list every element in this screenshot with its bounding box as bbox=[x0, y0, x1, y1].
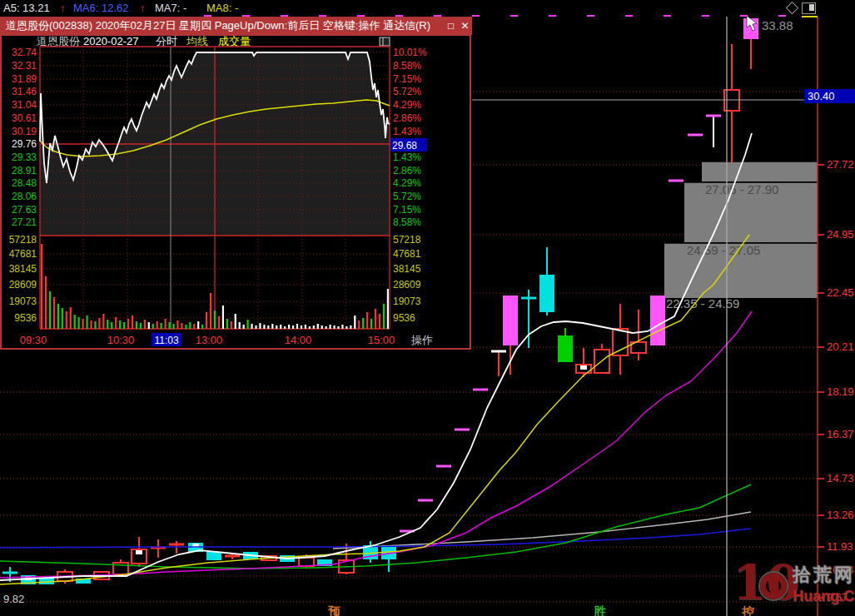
split-panel-icon[interactable] bbox=[802, 2, 816, 14]
watermark: 10 拾荒网 Huang.CN bbox=[733, 559, 855, 616]
maximize-button[interactable]: □ bbox=[444, 20, 458, 32]
price-axis-label: 27.72 bbox=[827, 158, 854, 171]
svg-text:4.29%: 4.29% bbox=[393, 99, 421, 111]
magenta-ma-dash bbox=[510, 15, 518, 17]
close-button[interactable]: ✕ bbox=[458, 20, 472, 32]
svg-text:47681: 47681 bbox=[393, 248, 421, 260]
price-axis-label: 24.95 bbox=[827, 228, 854, 241]
diamond-icon[interactable] bbox=[786, 2, 799, 15]
price-axis-label: 11.93 bbox=[827, 540, 853, 553]
magenta-ma-dash bbox=[549, 15, 556, 17]
svg-text:1.43%: 1.43% bbox=[393, 126, 421, 137]
svg-text:28.91: 28.91 bbox=[12, 165, 37, 176]
svg-text:7.15%: 7.15% bbox=[393, 204, 421, 216]
svg-text:11:03: 11:03 bbox=[154, 335, 178, 346]
svg-text:4.29%: 4.29% bbox=[393, 177, 421, 189]
ma6-value: MA6: 12.62 bbox=[73, 2, 129, 14]
svg-text:2.86%: 2.86% bbox=[393, 165, 421, 176]
magenta-ma-dash bbox=[587, 15, 594, 17]
svg-text:5.72%: 5.72% bbox=[393, 86, 421, 97]
time-label: 14:00 bbox=[285, 334, 312, 346]
svg-text:5.72%: 5.72% bbox=[393, 191, 421, 202]
popup-title: 道恩股份(002838) 2020年02月27日 星期四 PageUp/Down… bbox=[6, 18, 430, 33]
action-button[interactable]: 操作 bbox=[410, 334, 433, 346]
svg-text:38145: 38145 bbox=[9, 263, 37, 275]
svg-text:8.58%: 8.58% bbox=[393, 216, 421, 228]
candle[interactable] bbox=[650, 296, 665, 345]
svg-text:30.19: 30.19 bbox=[12, 126, 37, 137]
svg-text:道恩股份: 道恩股份 bbox=[37, 35, 80, 47]
price-axis-label: 13.26 bbox=[827, 509, 854, 521]
inset-tab-成交量[interactable]: 成交量 bbox=[218, 35, 251, 47]
up-arrow-icon: ↑ bbox=[60, 2, 66, 14]
price-axis-label: 14.73 bbox=[827, 472, 854, 484]
price-axis-label: 22.45 bbox=[827, 286, 854, 299]
inset-panel-icon bbox=[380, 37, 390, 46]
magenta-ma-dash bbox=[395, 15, 403, 17]
svg-text:9536: 9536 bbox=[14, 312, 37, 324]
svg-text:28609: 28609 bbox=[393, 279, 421, 291]
gap-range-label: 24.59 - 27.05 bbox=[687, 243, 760, 257]
svg-text:28609: 28609 bbox=[9, 279, 37, 291]
svg-text:31.04: 31.04 bbox=[12, 99, 37, 111]
candle[interactable] bbox=[206, 552, 221, 560]
intraday-chart-canvas[interactable]: 道恩股份2020-02-27分时均线成交量32.7432.3131.8931.4… bbox=[0, 35, 472, 350]
indicator-bar: A5: 13.21 ↑ MA6: 12.62 ↑ MA7: - MA8: - bbox=[0, 0, 855, 17]
svg-text:9536: 9536 bbox=[393, 312, 415, 324]
svg-text:27.63: 27.63 bbox=[12, 204, 37, 216]
magenta-ma-dash bbox=[472, 15, 480, 17]
magenta-ma-dash bbox=[242, 15, 250, 17]
high-price-tooltip: 33.88 bbox=[762, 18, 793, 32]
price-axis-label: 20.21 bbox=[827, 340, 854, 353]
svg-text:47681: 47681 bbox=[9, 248, 37, 260]
popup-titlebar[interactable]: 道恩股份(002838) 2020年02月27日 星期四 PageUp/Down… bbox=[0, 17, 472, 35]
magenta-ma-dash bbox=[664, 15, 671, 17]
svg-text:29.68: 29.68 bbox=[392, 140, 417, 152]
time-label: 15:00 bbox=[368, 334, 395, 346]
svg-text:30.40: 30.40 bbox=[808, 90, 835, 102]
ma7-value: MA7: - bbox=[155, 2, 186, 14]
ma8-value: MA8: - bbox=[206, 2, 238, 14]
svg-text:28.48: 28.48 bbox=[12, 177, 37, 189]
svg-text:10.01%: 10.01% bbox=[393, 47, 427, 58]
time-label: 10:30 bbox=[107, 334, 135, 346]
gap-range-label: 27.05 - 27.90 bbox=[705, 182, 778, 196]
magenta-ma-dash bbox=[204, 15, 211, 17]
svg-text:29.76: 29.76 bbox=[12, 138, 37, 150]
watermark-site-cn: 拾荒网 bbox=[793, 563, 855, 588]
svg-text:8.58%: 8.58% bbox=[393, 60, 421, 72]
yellow-axis-tick bbox=[802, 16, 818, 17]
magenta-ma-dash bbox=[319, 15, 326, 17]
gear-icon bbox=[760, 573, 787, 599]
svg-text:29.33: 29.33 bbox=[12, 152, 37, 163]
intraday-popup-window: 道恩股份(002838) 2020年02月27日 星期四 PageUp/Down… bbox=[0, 17, 472, 350]
svg-text:7.15%: 7.15% bbox=[393, 73, 421, 85]
time-label: 13:00 bbox=[196, 334, 223, 346]
magenta-ma-dash bbox=[778, 15, 786, 17]
svg-text:32.74: 32.74 bbox=[12, 47, 37, 58]
svg-text:27.21: 27.21 bbox=[12, 216, 37, 228]
price-axis-label: 16.37 bbox=[827, 428, 854, 440]
svg-text:31.46: 31.46 bbox=[12, 86, 37, 97]
svg-text:57218: 57218 bbox=[9, 234, 37, 246]
svg-text:57218: 57218 bbox=[393, 234, 421, 246]
watermark-site-en: Huang.CN bbox=[793, 588, 855, 605]
range-low-label: 9.82 bbox=[3, 593, 24, 605]
svg-text:2020-02-27: 2020-02-27 bbox=[83, 35, 139, 47]
svg-text:30.61: 30.61 bbox=[12, 112, 37, 124]
svg-text:19073: 19073 bbox=[393, 296, 421, 307]
up-arrow-icon: ↑ bbox=[140, 2, 146, 14]
inset-tab-均线[interactable]: 均线 bbox=[186, 35, 208, 47]
magenta-ma-dash bbox=[625, 15, 633, 17]
svg-text:1.43%: 1.43% bbox=[393, 152, 421, 163]
time-label: 09:30 bbox=[20, 334, 47, 346]
svg-text:2.86%: 2.86% bbox=[393, 112, 421, 124]
magenta-ma-dash bbox=[740, 15, 748, 17]
inset-tab-分时[interactable]: 分时 bbox=[156, 35, 177, 47]
magenta-ma-dash bbox=[281, 15, 288, 17]
magenta-ma-dash bbox=[702, 15, 709, 17]
ma5-value: A5: 13.21 bbox=[3, 2, 50, 14]
magenta-ma-dash bbox=[357, 15, 365, 17]
price-axis-label: 18.19 bbox=[827, 385, 854, 398]
gap-range-label: 22.35 - 24.59 bbox=[666, 296, 739, 310]
